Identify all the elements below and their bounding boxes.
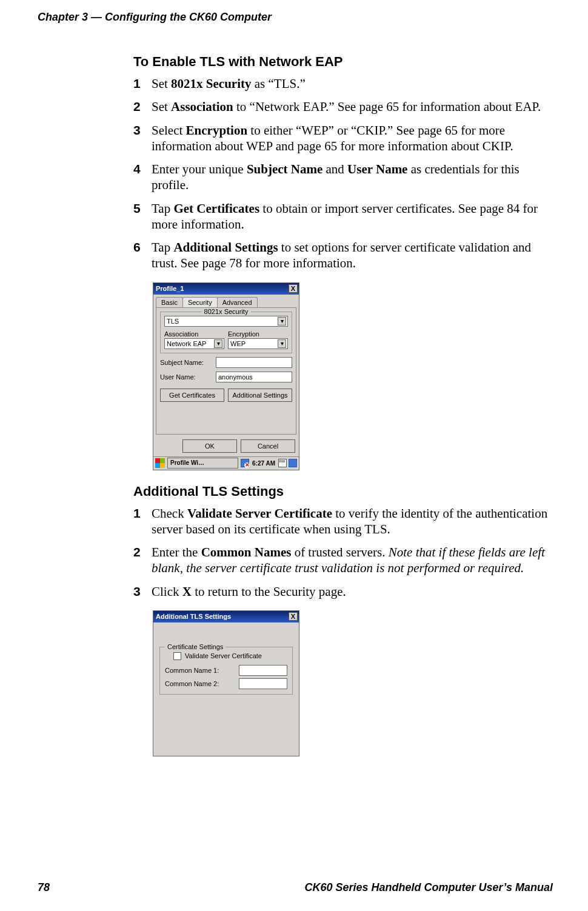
taskbar: Profile Wi… 6:27 AM [153,456,299,470]
tab-advanced[interactable]: Advanced [217,297,258,307]
tls-settings-window: Additional TLS Settings X Certificate Se… [153,610,299,756]
step-number: 3 [133,122,144,155]
step-text: Tap Additional Settings to set options f… [152,239,553,272]
page-footer: 78 CK60 Series Handheld Computer User’s … [38,881,553,894]
step-number: 4 [133,161,144,193]
ok-button[interactable]: OK [182,439,237,453]
step-5: 5 Tap Get Certificates to obtain or impo… [133,201,553,233]
bold-term: Subject Name [247,162,322,176]
window-title: Profile_1 [156,285,289,292]
step-text: Enter the Common Names of trusted server… [152,544,553,576]
network-disconnected-icon[interactable] [241,459,249,467]
bold-term: User Name [347,162,407,176]
common-name-1-input[interactable] [239,665,287,676]
page-number: 78 [38,881,50,894]
close-button[interactable]: X [289,284,298,293]
fieldset-legend: 8021x Security [202,308,251,315]
validate-server-label: Validate Server Certificate [185,652,262,659]
step-6: 6 Tap Additional Settings to set options… [133,239,553,272]
step-number: 6 [133,239,144,272]
association-label: Association [164,330,224,338]
text: as “TLS.” [252,76,306,91]
bold-term: Get Certificates [173,201,259,216]
clock: 6:27 AM [251,460,276,467]
validate-server-checkbox[interactable] [173,652,181,660]
input-panel-icon[interactable] [278,459,287,467]
bold-term: 8021x Security [171,76,251,91]
text: Enter the [152,545,201,559]
step-number: 1 [133,76,144,92]
titlebar: Profile_1 X [153,283,299,295]
step-2: 2 Set Association to “Network EAP.” See … [133,99,553,115]
encryption-dropdown[interactable]: WEP ▾ [228,338,288,349]
fieldset-certificate-settings: Certificate Settings Validate Server Cer… [159,647,293,695]
bold-term: Encryption [186,123,248,138]
taskbar-app[interactable]: Profile Wi… [167,458,238,469]
chapter-header: Chapter 3 — Configuring the CK60 Compute… [0,0,588,24]
tabs-row: Basic Security Advanced [153,295,299,307]
titlebar: Additional TLS Settings X [153,611,299,622]
window-title: Additional TLS Settings [156,613,289,620]
step-number: 2 [133,544,144,576]
bold-term: Additional Settings [173,240,278,255]
additional-settings-button[interactable]: Additional Settings [228,389,292,402]
text: Tap [152,240,173,255]
chevron-down-icon: ▾ [214,339,222,348]
text: and [322,162,347,176]
dropdown-value: WEP [230,340,246,347]
steps-list-2: 1 Check Validate Server Certificate to v… [133,506,553,599]
cancel-button[interactable]: Cancel [241,439,295,453]
security-dropdown[interactable]: TLS ▾ [164,316,288,327]
text: Set [152,76,171,91]
tab-security[interactable]: Security [182,297,218,307]
common-name-2-label: Common Name 2: [165,680,235,687]
step-text: Check Validate Server Certificate to ver… [152,506,553,538]
common-name-1-label: Common Name 1: [165,667,235,674]
subject-name-label: Subject Name: [160,359,212,366]
heading-additional-tls: Additional TLS Settings [133,484,553,499]
chevron-down-icon: ▾ [278,317,286,325]
chevron-down-icon: ▾ [278,339,286,348]
manual-title: CK60 Series Handheld Computer User’s Man… [305,881,553,894]
user-name-input[interactable]: anonymous [216,372,292,382]
bold-term: X [182,584,192,599]
subject-name-input[interactable] [216,357,292,368]
tab-basic[interactable]: Basic [156,297,183,307]
text: to “Network EAP.” See page 65 for inform… [233,99,541,114]
step-text: Tap Get Certificates to obtain or import… [152,201,553,233]
step-number: 3 [133,584,144,599]
text: Tap [152,201,173,216]
page-content: To Enable TLS with Network EAP 1 Set 802… [0,24,588,756]
step-1: 1 Set 8021x Security as “TLS.” [133,76,553,92]
start-icon[interactable] [155,458,165,468]
get-certificates-button[interactable]: Get Certificates [160,389,224,402]
dropdown-value: Network EAP [167,340,206,347]
step-3: 3 Select Encryption to either “WEP” or “… [133,122,553,155]
step-3: 3 Click X to return to the Security page… [133,584,553,599]
step-text: Set Association to “Network EAP.” See pa… [152,99,553,115]
step-text: Click X to return to the Security page. [152,584,553,599]
step-number: 2 [133,99,144,115]
step-text: Set 8021x Security as “TLS.” [152,76,553,92]
tab-body-security: 8021x Security TLS ▾ Association Network… [156,307,296,435]
text: of trusted servers. [291,545,388,559]
text: Set [152,99,171,114]
system-tray: 6:27 AM [241,459,297,467]
steps-list-1: 1 Set 8021x Security as “TLS.” 2 Set Ass… [133,76,553,272]
bold-term: Association [171,99,233,114]
step-text: Enter your unique Subject Name and User … [152,161,553,193]
step-4: 4 Enter your unique Subject Name and Use… [133,161,553,193]
text: Select [152,123,186,138]
bold-term: Validate Server Certificate [187,506,332,521]
text: Click [152,584,182,599]
profile-window: Profile_1 X Basic Security Advanced 8021… [153,282,299,470]
common-name-2-input[interactable] [239,678,287,689]
show-desktop-icon[interactable] [289,459,297,467]
text: to return to the Security page. [192,584,346,599]
association-dropdown[interactable]: Network EAP ▾ [164,338,224,349]
text: Check [152,506,187,521]
close-button[interactable]: X [289,612,298,621]
step-2: 2 Enter the Common Names of trusted serv… [133,544,553,576]
dropdown-value: TLS [167,318,179,325]
text: Enter your unique [152,162,247,176]
